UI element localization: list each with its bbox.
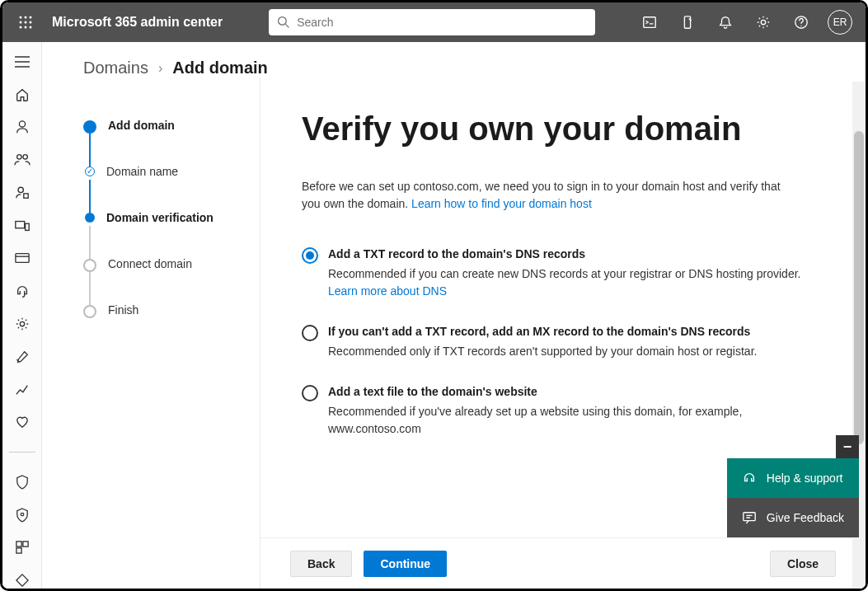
svg-rect-11 [644,17,655,28]
scrollbar-thumb[interactable] [854,131,864,444]
radio-txt[interactable] [302,247,318,264]
home-icon[interactable] [9,87,35,103]
continue-button[interactable]: Continue [364,551,447,577]
rail-separator [9,452,35,453]
health-icon[interactable] [9,414,35,430]
svg-rect-32 [744,513,755,521]
svg-point-0 [20,16,22,19]
radio-file[interactable] [302,385,318,401]
svg-rect-23 [15,221,24,227]
breadcrumb-parent[interactable]: Domains [83,59,148,77]
close-button[interactable]: Close [770,551,836,577]
user-icon[interactable] [9,120,35,136]
svg-point-18 [19,121,25,127]
svg-rect-31 [16,548,21,553]
help-icon[interactable] [783,2,819,42]
svg-rect-25 [15,254,28,263]
group-icon[interactable] [9,152,35,168]
svg-point-8 [30,26,32,29]
svg-line-10 [286,24,289,27]
svg-point-20 [22,155,26,159]
svg-rect-22 [23,194,27,198]
option-text-file[interactable]: Add a text file to the domain's website … [302,385,816,438]
step-domain-verification: Domain verification [83,211,260,257]
find-domain-host-link[interactable]: Learn how to find your domain host [411,197,592,210]
app-title: Microsoft 365 admin center [52,15,223,30]
svg-rect-29 [16,542,21,546]
svg-point-3 [20,21,22,24]
step-connect-domain: Connect domain [83,257,260,303]
diamond-icon[interactable] [9,572,35,589]
svg-rect-24 [25,223,29,230]
learn-dns-link[interactable]: Learn more about DNS [328,284,447,298]
mobile-icon[interactable] [669,2,706,42]
top-icons: ER [631,2,859,42]
help-widget: − Help & support Give Feedback [727,435,859,537]
search-input[interactable] [297,16,587,29]
setup-icon[interactable] [9,349,35,365]
help-support-button[interactable]: Help & support [727,458,859,498]
support-icon[interactable] [9,283,35,299]
step-add-domain: Add domain [83,119,260,165]
step-domain-name: Domain name [83,165,260,211]
gear-icon[interactable] [745,2,781,42]
svg-point-1 [25,16,27,19]
svg-point-28 [21,513,24,516]
radio-mx[interactable] [302,325,318,341]
svg-point-13 [761,20,765,24]
headset-icon [742,471,757,485]
page-description: Before we can set up contoso.com, we nee… [302,178,796,213]
devices-icon[interactable] [9,218,35,234]
shield-lock-icon[interactable] [9,507,35,523]
hamburger-icon[interactable] [9,54,35,70]
search-container [269,9,595,35]
svg-point-5 [30,21,32,24]
billing-icon[interactable] [9,251,35,267]
svg-rect-30 [22,542,27,546]
search-icon [277,16,290,29]
svg-point-9 [279,17,287,26]
main-area: Domains › Add domain Add domain Domain n… [2,42,866,589]
svg-point-2 [30,16,32,19]
chat-icon [742,510,757,525]
option-txt-record[interactable]: Add a TXT record to the domain's DNS rec… [302,247,816,300]
stepper: Add domain Domain name Domain verificati… [42,77,260,589]
chevron-right-icon: › [158,61,162,76]
svg-point-21 [18,187,23,192]
svg-point-27 [20,321,24,326]
back-button[interactable]: Back [290,551,352,577]
reports-icon[interactable] [9,382,35,398]
option-mx-record[interactable]: If you can't add a TXT record, add an MX… [302,325,816,360]
bell-icon[interactable] [707,2,744,42]
svg-rect-12 [684,16,690,28]
role-icon[interactable] [9,185,35,201]
breadcrumb-current: Add domain [172,59,268,77]
svg-point-4 [25,21,27,24]
left-rail [2,42,42,589]
svg-point-7 [25,26,27,29]
give-feedback-button[interactable]: Give Feedback [727,498,859,537]
svg-point-19 [16,155,21,159]
content-area: Domains › Add domain Add domain Domain n… [42,42,866,589]
top-bar: Microsoft 365 admin center ER [2,2,866,42]
apps-icon[interactable] [9,540,35,556]
settings-icon[interactable] [9,316,35,332]
footer-bar: Back Continue Close [260,537,866,589]
app-launcher-icon[interactable] [9,2,42,42]
shield-icon[interactable] [9,474,35,490]
minimize-icon[interactable]: − [836,435,859,458]
avatar[interactable]: ER [828,10,852,35]
svg-point-6 [20,26,22,29]
step-finish: Finish [83,303,260,349]
search-box[interactable] [269,9,595,35]
shell-icon[interactable] [631,2,668,42]
page-title: Verify you own your domain [302,110,816,147]
breadcrumb: Domains › Add domain [42,42,866,77]
